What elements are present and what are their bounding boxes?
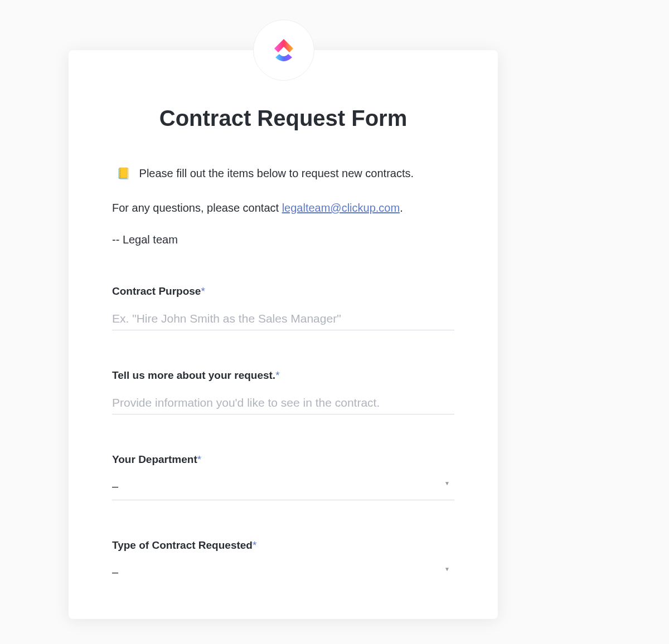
department-select[interactable]: – ▼ [112,476,454,500]
contract-purpose-input[interactable] [112,308,454,330]
contract-purpose-label-text: Contract Purpose [112,285,201,297]
more-info-input[interactable] [112,392,454,414]
required-indicator: * [197,453,201,465]
form-card: Contract Request Form 📒 Please fill out … [69,50,498,619]
contract-type-select-value: – [112,566,118,578]
description-block: 📒 Please fill out the items below to req… [112,164,454,246]
description-text-1: Please fill out the items below to reque… [139,167,414,179]
note-emoji-icon: 📒 [117,167,130,179]
description-contact-line: For any questions, please contact legalt… [112,199,454,217]
more-info-label: Tell us more about your request.* [112,369,454,382]
more-info-label-text: Tell us more about your request. [112,369,275,381]
required-indicator: * [201,285,205,297]
department-label-text: Your Department [112,453,197,465]
contact-email-link[interactable]: legalteam@clickup.com [282,202,400,214]
contact-suffix: . [400,202,403,214]
department-label: Your Department* [112,453,454,466]
clickup-logo-icon [270,36,298,64]
contract-purpose-label: Contract Purpose* [112,285,454,297]
contract-type-select[interactable]: – ▼ [112,562,454,586]
contract-type-label-text: Type of Contract Requested [112,539,253,551]
contract-purpose-field-group: Contract Purpose* [112,285,454,330]
contract-type-label: Type of Contract Requested* [112,539,454,552]
signature-text: -- Legal team [112,233,454,246]
department-select-value: – [112,480,118,492]
contract-type-field-group: Type of Contract Requested* – ▼ [112,539,454,586]
more-info-field-group: Tell us more about your request.* [112,369,454,414]
department-field-group: Your Department* – ▼ [112,453,454,500]
description-line-1: 📒 Please fill out the items below to req… [112,164,454,182]
chevron-down-icon: ▼ [444,566,450,572]
chevron-down-icon: ▼ [444,480,450,486]
contact-prefix: For any questions, please contact [112,202,282,214]
required-indicator: * [253,539,256,551]
form-content: 📒 Please fill out the items below to req… [69,164,498,586]
logo-container [253,19,314,81]
required-indicator: * [275,369,279,381]
